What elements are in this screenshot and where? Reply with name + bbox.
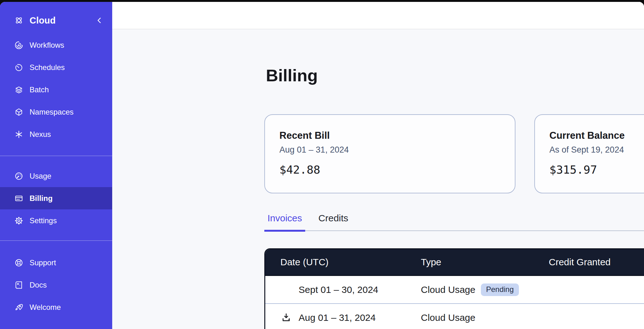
download-icon[interactable] <box>280 312 292 323</box>
sidebar-item-label: Workflows <box>30 41 64 50</box>
invoice-date: Sept 01 – 30, 2024 <box>299 284 378 295</box>
top-bar <box>112 2 644 29</box>
card-amount: $42.88 <box>279 163 500 176</box>
sidebar-item-label: Batch <box>30 85 49 94</box>
sidebar-item-usage[interactable]: Usage <box>0 165 112 187</box>
namespaces-cube-icon <box>14 108 23 116</box>
sidebar-item-docs[interactable]: Docs <box>0 274 112 296</box>
invoice-type: Cloud Usage <box>421 312 475 323</box>
summary-cards: Recent Bill Aug 01 – 31, 2024 $42.88 Cur… <box>264 114 644 193</box>
card-title: Recent Bill <box>279 130 500 141</box>
docs-book-icon <box>14 281 23 289</box>
settings-gear-icon <box>14 216 23 225</box>
current-balance-card: Current Balance As of Sept 19, 2024 $315… <box>534 114 644 193</box>
invoice-date-cell: Sept 01 – 30, 2024 <box>280 284 421 295</box>
sidebar-account-section: Usage Billing <box>0 156 112 240</box>
sidebar-item-label: Billing <box>30 194 52 203</box>
sidebar-item-label: Support <box>30 258 56 267</box>
sidebar-item-billing[interactable]: Billing <box>0 187 112 209</box>
brand-label: Cloud <box>30 15 88 26</box>
welcome-rocket-icon <box>14 303 23 312</box>
billing-tabs: Invoices Credits <box>264 213 644 231</box>
sidebar-item-welcome[interactable]: Welcome <box>0 296 112 318</box>
sidebar-item-label: Nexus <box>30 130 51 139</box>
sidebar-item-label: Docs <box>30 281 47 289</box>
schedules-icon <box>14 63 23 72</box>
sidebar: Cloud Workflows <box>0 2 112 329</box>
sidebar-footer-section: Support Docs <box>0 241 112 329</box>
temporal-logo-icon <box>14 16 23 25</box>
workflows-icon <box>14 41 23 50</box>
table-row[interactable]: Sept 01 – 30, 2024 Cloud Usage Pending <box>265 276 644 304</box>
column-header-type: Type <box>421 257 549 267</box>
main-area: Billing Recent Bill Aug 01 – 31, 2024 $4… <box>112 2 644 329</box>
column-header-credit-granted: Credit Granted <box>549 257 644 267</box>
sidebar-item-workflows[interactable]: Workflows <box>0 34 112 56</box>
invoice-type-cell: Cloud Usage <box>421 312 549 323</box>
recent-bill-card: Recent Bill Aug 01 – 31, 2024 $42.88 <box>264 114 515 193</box>
billing-card-icon <box>14 194 23 203</box>
tab-invoices[interactable]: Invoices <box>264 213 305 232</box>
sidebar-item-label: Usage <box>30 172 51 181</box>
support-lifering-icon <box>14 258 23 267</box>
invoice-date: Aug 01 – 31, 2024 <box>299 312 376 323</box>
column-header-date: Date (UTC) <box>280 257 421 267</box>
nexus-asterisk-icon <box>14 130 23 139</box>
table-header-row: Date (UTC) Type Credit Granted <box>265 249 644 276</box>
billing-page: Billing Recent Bill Aug 01 – 31, 2024 $4… <box>264 29 644 329</box>
invoice-type: Cloud Usage <box>421 284 475 295</box>
sidebar-item-batch[interactable]: Batch <box>0 78 112 101</box>
sidebar-item-nexus[interactable]: Nexus <box>0 123 112 145</box>
chevron-left-icon[interactable] <box>95 16 104 25</box>
card-subtitle: As of Sept 19, 2024 <box>549 145 644 155</box>
sidebar-item-label: Namespaces <box>30 108 74 116</box>
sidebar-item-label: Settings <box>30 216 57 225</box>
invoice-date-cell: Aug 01 – 31, 2024 <box>280 312 421 323</box>
content-area: Billing Recent Bill Aug 01 – 31, 2024 $4… <box>112 29 644 329</box>
card-title: Current Balance <box>549 130 644 141</box>
sidebar-item-schedules[interactable]: Schedules <box>0 56 112 78</box>
sidebar-item-namespaces[interactable]: Namespaces <box>0 101 112 123</box>
invoice-type-cell: Cloud Usage Pending <box>421 283 549 296</box>
page-title: Billing <box>266 66 644 85</box>
card-subtitle: Aug 01 – 31, 2024 <box>279 145 500 155</box>
sidebar-item-label: Welcome <box>30 303 61 312</box>
sidebar-item-support[interactable]: Support <box>0 251 112 274</box>
sidebar-item-settings[interactable]: Settings <box>0 209 112 232</box>
table-row[interactable]: Aug 01 – 31, 2024 Cloud Usage <box>265 304 644 329</box>
batch-layers-icon <box>14 85 23 94</box>
sidebar-item-label: Schedules <box>30 63 65 72</box>
sidebar-primary-section: Workflows Schedules <box>0 34 112 145</box>
invoices-table: Date (UTC) Type Credit Granted Sept 01 –… <box>264 248 644 329</box>
app-window: Cloud Workflows <box>0 2 644 329</box>
sidebar-brand[interactable]: Cloud <box>0 2 112 32</box>
tab-credits[interactable]: Credits <box>315 213 351 232</box>
status-badge: Pending <box>481 283 519 296</box>
card-amount: $315.97 <box>549 163 644 176</box>
usage-gauge-icon <box>14 172 23 181</box>
